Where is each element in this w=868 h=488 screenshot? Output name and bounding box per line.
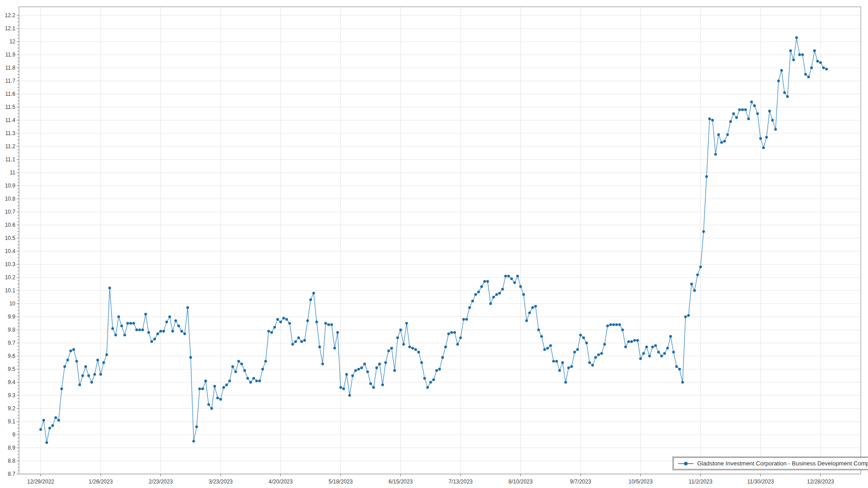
x-axis-tick-label: 2/23/2023 xyxy=(149,479,173,485)
data-point-marker xyxy=(555,360,558,363)
data-point-marker xyxy=(792,59,795,61)
data-point-marker xyxy=(274,326,276,328)
data-point-marker xyxy=(72,348,75,351)
data-point-marker xyxy=(768,110,771,113)
data-point-marker xyxy=(312,292,315,295)
data-point-marker xyxy=(795,36,798,39)
data-point-marker xyxy=(87,375,90,377)
data-point-marker xyxy=(105,353,108,356)
x-axis-tick-label: 11/30/2023 xyxy=(747,479,774,485)
data-point-marker xyxy=(52,424,54,427)
data-point-marker xyxy=(777,80,780,82)
data-point-marker xyxy=(108,286,111,289)
x-axis-tick-label: 7/13/2023 xyxy=(448,479,473,485)
data-point-marker xyxy=(171,330,174,333)
data-point-marker xyxy=(813,49,816,52)
x-axis-tick-label: 3/23/2023 xyxy=(208,479,233,485)
data-point-marker xyxy=(444,346,447,348)
data-point-marker xyxy=(135,328,138,331)
data-point-marker xyxy=(204,380,207,382)
data-point-marker xyxy=(318,346,321,348)
data-point-marker xyxy=(807,75,810,78)
data-point-marker xyxy=(576,348,579,351)
data-point-marker xyxy=(480,285,483,288)
data-point-marker xyxy=(417,351,420,353)
data-point-marker xyxy=(96,359,99,361)
data-point-marker xyxy=(129,322,132,325)
y-axis-tick-label: 11.1 xyxy=(5,156,16,163)
data-point-marker xyxy=(801,53,804,56)
data-point-marker xyxy=(99,373,102,376)
data-point-marker xyxy=(69,349,72,352)
data-point-marker xyxy=(369,382,372,385)
data-point-marker xyxy=(309,298,312,301)
data-point-marker xyxy=(120,324,123,327)
data-point-marker xyxy=(66,359,69,361)
data-point-marker xyxy=(645,346,648,348)
y-axis-tick-label: 11.2 xyxy=(5,143,16,150)
data-point-marker xyxy=(732,113,735,115)
tick-marks xyxy=(17,15,821,476)
data-point-marker xyxy=(684,315,687,318)
data-point-marker xyxy=(522,293,525,296)
data-point-marker xyxy=(258,380,261,382)
data-point-marker xyxy=(414,348,417,351)
data-point-marker xyxy=(477,291,480,293)
data-point-marker xyxy=(345,373,348,376)
data-point-marker xyxy=(462,318,465,321)
y-axis-tick-label: 9.2 xyxy=(8,405,15,412)
data-point-marker xyxy=(138,328,141,331)
data-point-marker xyxy=(654,344,657,347)
y-axis-tick-label: 10.4 xyxy=(5,248,16,254)
data-point-marker xyxy=(648,355,651,357)
data-point-marker xyxy=(516,275,519,277)
data-point-marker xyxy=(717,133,720,136)
y-axis-tick-label: 12.1 xyxy=(5,25,16,32)
data-point-marker xyxy=(696,273,699,276)
data-point-marker xyxy=(45,441,48,444)
x-axis-tick-label: 6/15/2023 xyxy=(388,479,413,485)
data-point-marker xyxy=(612,323,615,326)
legend: Gladstone Investment Corporation - Busin… xyxy=(673,457,868,469)
data-point-marker xyxy=(546,347,549,350)
data-point-marker xyxy=(330,323,333,326)
data-point-marker xyxy=(624,346,627,348)
y-axis-tick-label: 11.6 xyxy=(5,91,16,97)
data-point-marker xyxy=(486,280,489,283)
data-point-marker xyxy=(399,328,402,331)
y-axis-tick-label: 11.9 xyxy=(5,52,16,58)
data-point-marker xyxy=(81,375,84,377)
data-point-marker xyxy=(711,119,714,122)
data-point-marker xyxy=(297,336,300,339)
data-point-marker xyxy=(210,407,213,410)
data-point-marker xyxy=(474,293,477,296)
data-point-marker xyxy=(441,356,444,359)
data-point-marker xyxy=(723,140,726,142)
data-point-marker xyxy=(402,343,405,346)
data-point-marker xyxy=(651,346,654,348)
data-point-marker xyxy=(231,365,234,368)
data-point-marker xyxy=(540,335,543,338)
data-point-marker xyxy=(630,340,633,343)
y-axis-tick-label: 9.3 xyxy=(8,392,15,399)
data-point-marker xyxy=(321,362,324,365)
x-axis-tick-label: 1/26/2023 xyxy=(89,479,113,485)
data-point-marker xyxy=(771,119,774,122)
data-point-marker xyxy=(300,340,303,343)
data-point-marker xyxy=(151,340,153,343)
y-axis-tick-label: 8.9 xyxy=(8,445,15,451)
data-point-marker xyxy=(294,340,297,343)
x-axis-tick-label: 9/7/2023 xyxy=(570,479,591,485)
data-point-marker xyxy=(789,49,792,52)
data-point-marker xyxy=(774,128,777,131)
data-point-marker xyxy=(642,352,645,355)
data-point-marker xyxy=(756,113,759,115)
data-point-marker xyxy=(132,322,135,325)
data-point-marker xyxy=(249,381,252,384)
data-point-marker xyxy=(375,366,378,369)
y-axis-tick-label: 11.4 xyxy=(5,117,16,123)
data-point-marker xyxy=(678,368,681,371)
data-point-marker xyxy=(393,369,396,372)
data-point-marker xyxy=(261,368,264,371)
data-point-marker xyxy=(363,362,366,365)
